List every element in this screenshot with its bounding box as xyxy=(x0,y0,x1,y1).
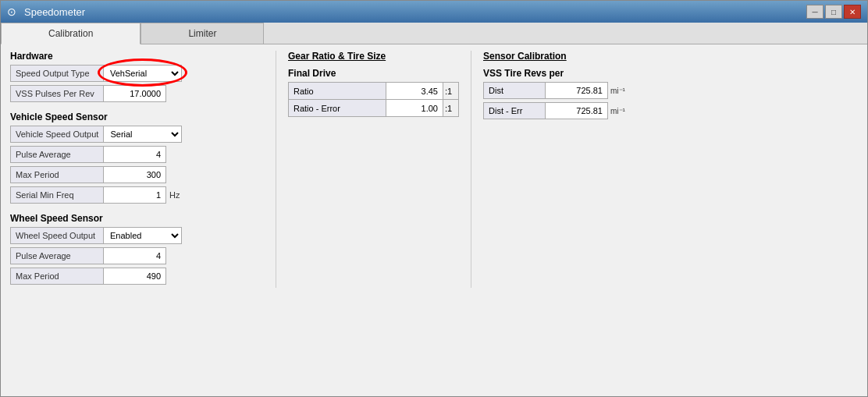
left-panel: Hardware Speed Output Type VehSerial VSS… xyxy=(10,51,276,288)
serial-min-freq-label: Serial Min Freq xyxy=(10,186,104,204)
max-period-label: Max Period xyxy=(10,166,104,183)
restore-button[interactable]: □ xyxy=(825,5,842,19)
ratio-error-value: 1.00 xyxy=(386,100,443,117)
pulse-average-label: Pulse Average xyxy=(10,146,104,163)
tab-calibration[interactable]: Calibration xyxy=(1,23,141,44)
ratio-label: Ratio xyxy=(289,83,386,100)
final-drive-title: Final Drive xyxy=(288,68,459,79)
dist-err-value: 725.81 xyxy=(546,102,608,119)
speed-output-type-label: Speed Output Type xyxy=(10,65,104,82)
speed-output-type-row: Speed Output Type VehSerial xyxy=(10,65,264,82)
vss-pulses-value: 17.0000 xyxy=(104,85,166,102)
main-content: Hardware Speed Output Type VehSerial VSS… xyxy=(1,44,867,294)
max-period-value: 300 xyxy=(104,166,166,183)
table-row: Ratio - Error 1.00 :1 xyxy=(289,100,459,117)
vss-tire-revs-title: VSS Tire Revs per xyxy=(483,68,858,79)
vehicle-speed-output-label: Vehicle Speed Output xyxy=(10,126,104,143)
dist-label: Dist xyxy=(483,82,546,99)
sensor-calibration-title: Sensor Calibration xyxy=(483,51,858,62)
app-icon: ⊙ xyxy=(7,5,20,18)
gear-table: Ratio 3.45 :1 Ratio - Error 1.00 :1 xyxy=(288,82,459,117)
dist-value: 725.81 xyxy=(546,82,608,99)
wheel-max-period-label: Max Period xyxy=(10,268,104,285)
dist-err-row: Dist - Err 725.81 mi⁻¹ xyxy=(483,102,858,119)
tab-limiter[interactable]: Limiter xyxy=(141,23,264,44)
window-title: Speedometer xyxy=(24,6,85,18)
ratio-error-label: Ratio - Error xyxy=(289,100,386,117)
main-window: ⊙ Speedometer ─ □ ✕ Calibration Limiter … xyxy=(0,0,868,397)
middle-panel: Gear Ratio & Tire Size Final Drive Ratio… xyxy=(276,51,471,288)
right-panel: Sensor Calibration VSS Tire Revs per Dis… xyxy=(471,51,858,288)
serial-min-freq-row: Serial Min Freq 1 Hz xyxy=(10,186,264,204)
vehicle-speed-output-row: Vehicle Speed Output Serial xyxy=(10,126,264,143)
wheel-pulse-average-value: 4 xyxy=(104,247,166,264)
vss-pulses-label: VSS Pulses Per Rev xyxy=(10,85,104,102)
wheel-pulse-average-label: Pulse Average xyxy=(10,247,104,264)
wheel-max-period-row: Max Period 490 xyxy=(10,268,264,285)
serial-min-freq-unit: Hz xyxy=(166,190,180,200)
wheel-max-period-value: 490 xyxy=(104,268,166,285)
max-period-row: Max Period 300 xyxy=(10,166,264,183)
title-bar-left: ⊙ Speedometer xyxy=(7,5,85,18)
gear-ratio-title: Gear Ratio & Tire Size xyxy=(288,51,459,62)
ratio-unit: :1 xyxy=(443,83,459,100)
ratio-error-unit: :1 xyxy=(443,100,459,117)
close-button[interactable]: ✕ xyxy=(844,5,861,19)
wheel-speed-sensor-title: Wheel Speed Sensor xyxy=(10,213,264,224)
veh-serial-wrapper: VehSerial xyxy=(104,65,182,82)
pulse-average-row: Pulse Average 4 xyxy=(10,146,264,163)
ratio-value: 3.45 xyxy=(386,83,443,100)
title-bar: ⊙ Speedometer ─ □ ✕ xyxy=(1,1,867,23)
dist-err-label: Dist - Err xyxy=(483,102,546,119)
dist-err-unit: mi⁻¹ xyxy=(608,107,625,115)
hardware-title: Hardware xyxy=(10,51,264,62)
wheel-pulse-average-row: Pulse Average 4 xyxy=(10,247,264,264)
dist-unit: mi⁻¹ xyxy=(608,87,625,95)
serial-min-freq-value: 1 xyxy=(104,186,166,204)
speed-output-type-select[interactable]: VehSerial xyxy=(104,65,182,82)
minimize-button[interactable]: ─ xyxy=(806,5,824,19)
wheel-speed-output-select[interactable]: Enabled xyxy=(104,227,182,244)
title-controls: ─ □ ✕ xyxy=(806,5,861,19)
pulse-average-value: 4 xyxy=(104,146,166,163)
dist-row: Dist 725.81 mi⁻¹ xyxy=(483,82,858,99)
tabs-bar: Calibration Limiter xyxy=(1,23,867,44)
vss-pulses-row: VSS Pulses Per Rev 17.0000 xyxy=(10,85,264,102)
vehicle-speed-output-select[interactable]: Serial xyxy=(104,126,182,143)
table-row: Ratio 3.45 :1 xyxy=(289,83,459,100)
wheel-speed-output-row: Wheel Speed Output Enabled xyxy=(10,227,264,244)
wheel-speed-output-label: Wheel Speed Output xyxy=(10,227,104,244)
vehicle-speed-sensor-title: Vehicle Speed Sensor xyxy=(10,112,264,122)
